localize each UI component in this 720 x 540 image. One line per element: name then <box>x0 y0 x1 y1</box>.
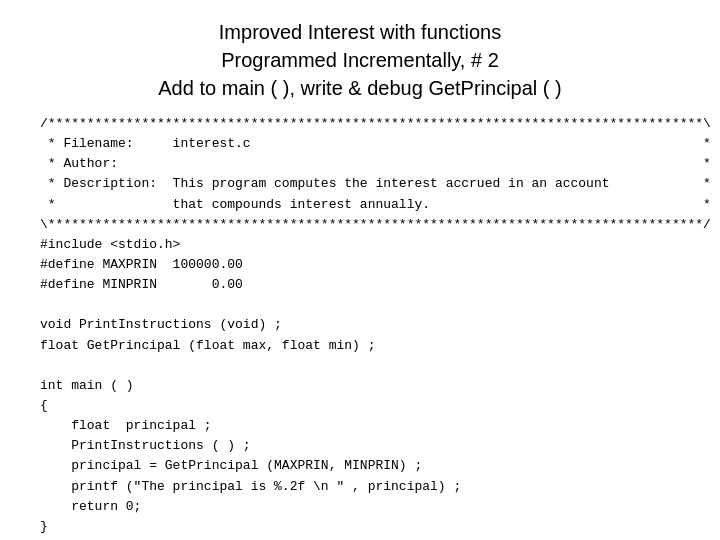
comment-block: /***************************************… <box>40 114 690 235</box>
title-section: Improved Interest with functions Program… <box>30 18 690 102</box>
title-line-2: Programmed Incrementally, # 2 <box>30 46 690 74</box>
title-line-1: Improved Interest with functions <box>30 18 690 46</box>
title-line-3: Add to main ( ), write & debug GetPrinci… <box>30 74 690 102</box>
code-section: /***************************************… <box>30 114 690 537</box>
slide-container: Improved Interest with functions Program… <box>0 0 720 540</box>
code-body: #include <stdio.h> #define MAXPRIN 10000… <box>40 235 690 537</box>
